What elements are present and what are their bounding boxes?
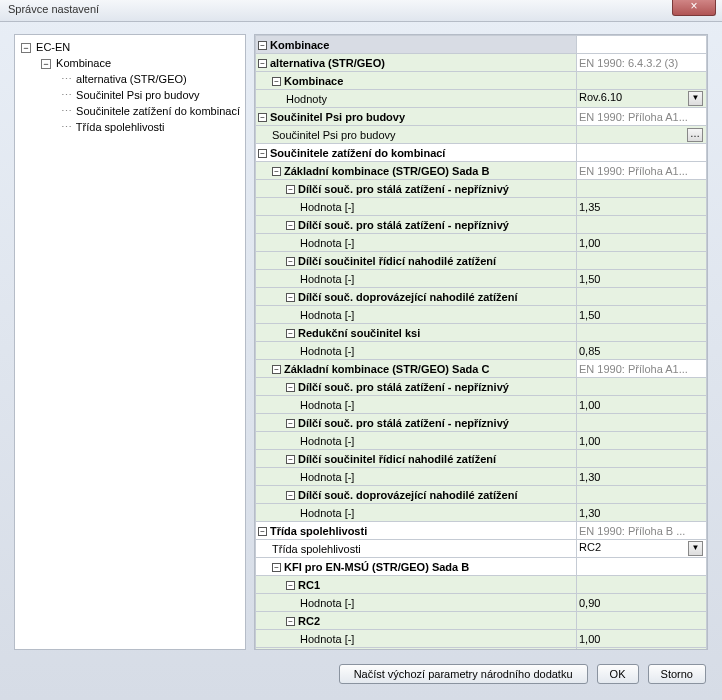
collapse-icon[interactable]: −	[286, 185, 295, 194]
grid-row[interactable]: −Kombinace	[256, 36, 707, 54]
collapse-icon[interactable]: −	[286, 419, 295, 428]
grid-row[interactable]: Hodnota [-]1,50	[256, 306, 707, 324]
grid-row[interactable]: −RC1	[256, 576, 707, 594]
grid-row[interactable]: Třída spolehlivosti▼RC2	[256, 540, 707, 558]
grid-row[interactable]: −Součinitele zatížení do kombinací	[256, 144, 707, 162]
grid-row[interactable]: Hodnota [-]1,30	[256, 468, 707, 486]
collapse-icon[interactable]: −	[272, 77, 281, 86]
grid-row[interactable]: Hodnota [-]0,85	[256, 342, 707, 360]
ellipsis-button[interactable]: …	[687, 128, 703, 142]
grid-value-cell: EN 1990: Příloha A1...	[577, 162, 707, 180]
collapse-icon[interactable]: −	[286, 293, 295, 302]
grid-value-cell[interactable]: ▼RC2	[577, 540, 707, 558]
grid-value-cell: EN 1990: Příloha B ...	[577, 522, 707, 540]
tree-branch[interactable]: − Kombinace	[19, 55, 241, 71]
grid-row[interactable]: −RC3	[256, 648, 707, 651]
grid-row[interactable]: −Dílčí souč. pro stálá zatížení - nepříz…	[256, 180, 707, 198]
tree-root-label: EC-EN	[36, 41, 70, 53]
grid-row[interactable]: Součinitel Psi pro budovy…	[256, 126, 707, 144]
grid-row[interactable]: −Dílčí souč. pro stálá zatížení - nepříz…	[256, 216, 707, 234]
grid-label-cell: −Základní kombinace (STR/GEO) Sada C	[256, 360, 577, 378]
grid-value-cell	[577, 378, 707, 396]
grid-row[interactable]: −Dílčí souč. pro stálá zatížení - nepříz…	[256, 378, 707, 396]
grid-row[interactable]: Hodnota [-]1,00	[256, 396, 707, 414]
grid-label: Hodnota [-]	[300, 435, 354, 447]
window-title: Správce nastavení	[8, 3, 99, 15]
grid-row[interactable]: −alternativa (STR/GEO)EN 1990: 6.4.3.2 (…	[256, 54, 707, 72]
leaf-icon: ⋯	[61, 119, 71, 135]
grid-row[interactable]: −Dílčí souč. pro stálá zatížení - nepříz…	[256, 414, 707, 432]
grid-row[interactable]: Hodnota [-]1,30	[256, 504, 707, 522]
collapse-icon[interactable]: −	[258, 113, 267, 122]
grid-label-cell: −Dílčí souč. pro stálá zatížení - nepříz…	[256, 216, 577, 234]
collapse-icon[interactable]: −	[286, 581, 295, 590]
collapse-icon[interactable]: −	[258, 59, 267, 68]
grid-row[interactable]: −Dílčí souč. doprovázející nahodilé zatí…	[256, 288, 707, 306]
grid-row[interactable]: −Dílčí souč. doprovázející nahodilé zatí…	[256, 486, 707, 504]
grid-value-cell[interactable]: ▼Rov.6.10	[577, 90, 707, 108]
grid-label-cell: −Kombinace	[256, 72, 577, 90]
grid-row[interactable]: Hodnota [-]1,35	[256, 198, 707, 216]
grid-value: 1,30	[579, 507, 600, 519]
grid-row[interactable]: −Dílčí součinitel řídicí nahodilé zatíže…	[256, 450, 707, 468]
tree-leaf[interactable]: ⋯ Součinitele zatížení do kombinací	[19, 103, 241, 119]
grid-label: Dílčí souč. doprovázející nahodilé zatíž…	[298, 291, 517, 303]
grid-row[interactable]: Hodnota [-]1,00	[256, 432, 707, 450]
collapse-icon[interactable]: −	[272, 563, 281, 572]
tree-leaf[interactable]: ⋯ Součinitel Psi pro budovy	[19, 87, 241, 103]
load-defaults-button[interactable]: Načíst výchozí parametry národního dodat…	[339, 664, 588, 684]
grid-label-cell: Hodnota [-]	[256, 306, 577, 324]
grid-row[interactable]: −RC2	[256, 612, 707, 630]
grid-value: EN 1990: Příloha B ...	[579, 525, 685, 537]
grid-label-cell: Třída spolehlivosti	[256, 540, 577, 558]
grid-label: Hodnota [-]	[300, 633, 354, 645]
grid-row[interactable]: −Dílčí součinitel řídicí nahodilé zatíže…	[256, 252, 707, 270]
grid-value-cell	[577, 324, 707, 342]
tree-leaf[interactable]: ⋯ alternativa (STR/GEO)	[19, 71, 241, 87]
grid-row[interactable]: Hodnoty▼Rov.6.10	[256, 90, 707, 108]
grid-row[interactable]: Hodnota [-]1,50	[256, 270, 707, 288]
ok-button[interactable]: OK	[597, 664, 639, 684]
grid-row[interactable]: −Třída spolehlivostiEN 1990: Příloha B .…	[256, 522, 707, 540]
grid-label-cell: Hodnota [-]	[256, 630, 577, 648]
grid-row[interactable]: −Základní kombinace (STR/GEO) Sada CEN 1…	[256, 360, 707, 378]
grid-row[interactable]: −Součinitel Psi pro budovyEN 1990: Přílo…	[256, 108, 707, 126]
collapse-icon[interactable]: −	[286, 383, 295, 392]
collapse-icon[interactable]: −	[258, 527, 267, 536]
tree-root[interactable]: − EC-EN	[19, 39, 241, 55]
collapse-icon[interactable]: −	[258, 149, 267, 158]
collapse-icon[interactable]: −	[41, 59, 51, 69]
close-button[interactable]: ×	[672, 0, 716, 16]
cancel-button[interactable]: Storno	[648, 664, 706, 684]
collapse-icon[interactable]: −	[21, 43, 31, 53]
dropdown-icon[interactable]: ▼	[688, 91, 703, 106]
collapse-icon[interactable]: −	[286, 491, 295, 500]
grid-row[interactable]: Hodnota [-]0,90	[256, 594, 707, 612]
tree-leaf[interactable]: ⋯ Třída spolehlivosti	[19, 119, 241, 135]
collapse-icon[interactable]: −	[272, 167, 281, 176]
grid-row[interactable]: −Kombinace	[256, 72, 707, 90]
collapse-icon[interactable]: −	[286, 221, 295, 230]
property-grid[interactable]: −Kombinace−alternativa (STR/GEO)EN 1990:…	[254, 34, 708, 650]
grid-row[interactable]: Hodnota [-]1,00	[256, 630, 707, 648]
grid-label: Hodnota [-]	[300, 309, 354, 321]
collapse-icon[interactable]: −	[286, 329, 295, 338]
collapse-icon[interactable]: −	[286, 617, 295, 626]
grid-value-cell[interactable]: …	[577, 126, 707, 144]
grid-value: EN 1990: 6.4.3.2 (3)	[579, 57, 678, 69]
dropdown-icon[interactable]: ▼	[688, 541, 703, 556]
grid-row[interactable]: Hodnota [-]1,00	[256, 234, 707, 252]
collapse-icon[interactable]: −	[258, 41, 267, 50]
grid-row[interactable]: −KFI pro EN-MSÚ (STR/GEO) Sada B	[256, 558, 707, 576]
grid-value-cell	[577, 252, 707, 270]
grid-value-cell: 1,30	[577, 504, 707, 522]
collapse-icon[interactable]: −	[272, 365, 281, 374]
grid-label: Hodnota [-]	[300, 507, 354, 519]
grid-row[interactable]: −Redukční součinitel ksi	[256, 324, 707, 342]
tree-leaf-label: Součinitele zatížení do kombinací	[76, 105, 240, 117]
collapse-icon[interactable]: −	[286, 257, 295, 266]
collapse-icon[interactable]: −	[286, 455, 295, 464]
grid-value-cell: 1,00	[577, 432, 707, 450]
grid-row[interactable]: −Základní kombinace (STR/GEO) Sada BEN 1…	[256, 162, 707, 180]
grid-label-cell: Hodnota [-]	[256, 396, 577, 414]
